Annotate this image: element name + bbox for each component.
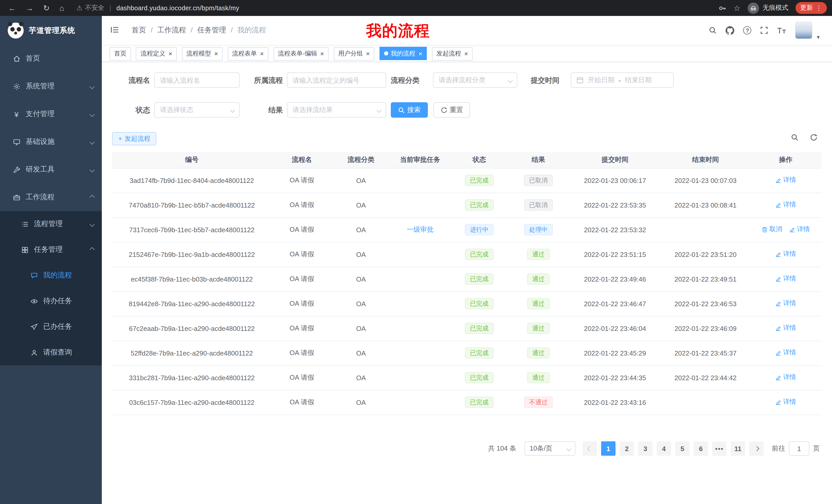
fullscreen-icon[interactable] [760,26,769,34]
security-label[interactable]: 不安全 [85,4,104,12]
close-icon[interactable]: × [464,50,468,57]
page-button[interactable]: 11 [731,441,745,456]
submit-time-range-picker[interactable]: 开始日期 - 结束日期 [571,73,674,88]
browser-forward-button[interactable]: → [26,4,33,12]
breadcrumb-item[interactable]: 任务管理 [198,26,238,35]
font-size-icon[interactable] [777,27,786,34]
submit-time-cell: 2022-01-22 23:53:35 [569,193,661,217]
current-task-link[interactable]: 一级审批 [407,226,434,233]
tab[interactable]: 我的流程 × [379,47,427,60]
end-date-placeholder[interactable]: 结束日期 [625,76,652,85]
sidebar-item-infrastructure[interactable]: 基础设施 [0,128,102,156]
detail-link-label: 详情 [783,299,796,308]
chevron-up-icon [89,195,94,200]
sidebar-collapse-icon[interactable] [110,26,119,36]
category-select[interactable]: 请选择流程分类 [433,73,517,88]
status-badge: 已完成 [465,273,494,285]
breadcrumb-item[interactable]: 我的流程 [237,26,266,35]
process-id-cell: 2152467e-7b9b-11ec-9a1b-acde48001122 [112,242,271,267]
breadcrumb-item[interactable]: 工作流程 [157,26,198,35]
sidebar-item-system[interactable]: 系统管理 [0,73,102,100]
process-name-input[interactable] [154,73,240,88]
detail-link[interactable]: 详情 [775,250,796,259]
help-icon[interactable]: ? [743,26,752,34]
sidebar-item-process-management[interactable]: 流程管理 [0,211,102,237]
detail-link[interactable]: 详情 [789,225,810,234]
breadcrumb-item[interactable]: 首页 [132,26,157,35]
avatar[interactable] [795,22,813,39]
sidebar-item-my-processes[interactable]: 我的流程 [0,262,102,288]
close-icon[interactable]: × [214,50,218,57]
close-icon[interactable]: × [320,50,324,57]
sidebar-item-payment[interactable]: ¥ 支付管理 [0,100,102,128]
prev-page-button[interactable] [582,441,597,456]
close-icon[interactable]: × [366,50,370,57]
address-bar[interactable]: ⚠ 不安全 | dashboard.yudao.iocoder.cn/bpm/t… [76,4,239,12]
sidebar-item-leave-query[interactable]: 请假查询 [0,340,102,365]
sidebar-item-task-management[interactable]: 任务管理 [0,237,102,262]
sidebar-item-home[interactable]: 首页 [0,45,102,73]
detail-link[interactable]: 详情 [775,373,796,382]
status-select[interactable]: 请选择状态 [154,102,240,118]
goto-page-input[interactable] [789,441,809,456]
detail-link[interactable]: 详情 [775,275,796,283]
detail-link[interactable]: 详情 [775,176,796,185]
page-size-select[interactable]: 10条/页 [524,441,575,456]
tab[interactable]: 首页 [109,47,131,60]
page-button[interactable]: 4 [657,441,671,456]
password-key-icon[interactable] [718,4,726,12]
search-icon[interactable] [709,26,717,34]
detail-link[interactable]: 详情 [775,299,796,308]
caret-down-icon[interactable]: ▾ [817,34,820,40]
detail-link[interactable]: 详情 [775,348,796,357]
tab[interactable]: 流程表单-编辑 × [273,47,329,60]
process-id-cell: 7317cec6-7b9b-11ec-b5b7-acde48001122 [112,217,271,242]
refresh-icon[interactable] [810,134,817,141]
parent-process-input[interactable] [287,73,386,88]
sidebar-item-todo-tasks[interactable]: 待办任务 [0,288,102,314]
sidebar-item-label: 基础设施 [26,137,54,146]
result-select[interactable]: 请选择流结果 [287,102,386,118]
browser-back-button[interactable]: ← [8,4,16,12]
page-button[interactable]: 1 [601,441,616,456]
close-icon[interactable]: × [260,50,264,57]
url-text[interactable]: dashboard.yudao.iocoder.cn/bpm/task/my [116,4,239,11]
page-button[interactable]: 6 [694,441,708,456]
tab[interactable]: 流程表单 × [228,47,268,60]
browser-chrome: ← → ↻ ⌂ ⚠ 不安全 | dashboard.yudao.iocoder.… [0,0,832,16]
detail-link[interactable]: 详情 [775,201,796,209]
result-badge: 通过 [527,249,550,260]
detail-link[interactable]: 详情 [775,398,796,407]
detail-link[interactable]: 详情 [775,324,796,333]
page-button[interactable]: 3 [638,441,653,456]
page-button[interactable]: ••• [712,441,727,456]
page-button[interactable]: 5 [675,441,690,456]
sidebar-item-workflow[interactable]: 工作流程 [0,184,102,211]
tab[interactable]: 流程模型 × [182,47,223,60]
next-page-button[interactable] [749,441,763,456]
reset-button[interactable]: 重置 [434,102,470,118]
result-cell: 通过 [508,267,569,291]
browser-update-button[interactable]: 更新 ⋮ [796,2,827,14]
app-logo[interactable]: 芋道管理系统 [0,16,102,45]
tab[interactable]: 发起流程 × [432,47,473,60]
cancel-link[interactable]: 取消 [761,225,782,234]
start-date-placeholder[interactable]: 开始日期 [588,76,615,85]
browser-reload-button[interactable]: ↻ [43,4,50,12]
detail-link-label: 详情 [797,225,810,234]
close-icon[interactable]: × [168,50,172,57]
create-process-button[interactable]: + 发起流程 [112,132,157,145]
close-icon[interactable]: × [418,50,422,57]
page-button[interactable]: 2 [620,441,634,456]
browser-menu-icon[interactable]: ⋮ [815,5,822,11]
search-button-label: 搜索 [407,105,421,115]
sidebar-item-devtools[interactable]: 研发工具 [0,156,102,184]
github-icon[interactable] [726,26,734,35]
toggle-search-icon[interactable] [791,134,799,141]
bookmark-star-icon[interactable]: ☆ [733,3,740,12]
browser-home-button[interactable]: ⌂ [59,4,64,12]
sidebar-item-done-tasks[interactable]: 已办任务 [0,314,102,340]
tab[interactable]: 用户分组 × [334,47,374,60]
search-button[interactable]: 搜索 [391,102,428,118]
tab[interactable]: 流程定义 × [136,47,177,60]
